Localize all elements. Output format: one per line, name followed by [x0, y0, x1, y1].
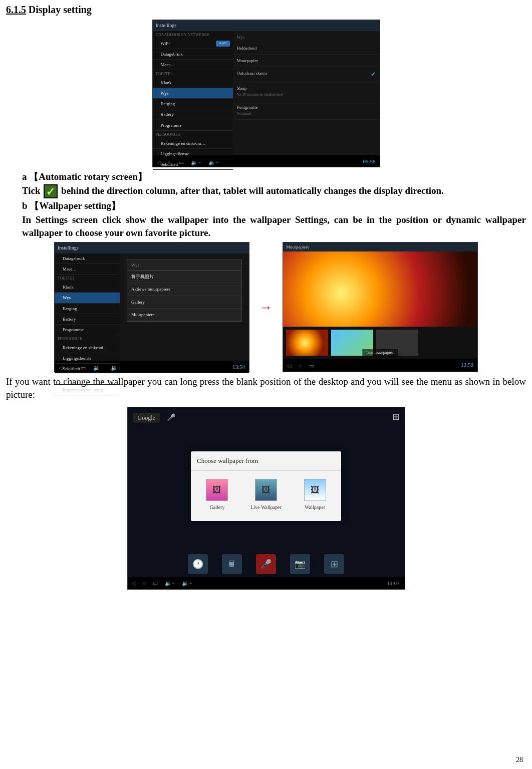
sidebar-item-more[interactable]: Meer… — [153, 60, 233, 70]
page-number: 28 — [516, 755, 523, 765]
sidebar-category: DRAADLOOS EN NETWERKE — [153, 31, 233, 39]
wallpaper-icon: 🖼 — [304, 479, 326, 501]
sidebar-item-battery[interactable]: Battery — [153, 109, 233, 120]
subsection-b: b 【Wallpaper setting】 — [6, 199, 526, 212]
recent-icon[interactable]: ▭ — [81, 365, 86, 371]
arrow-icon: → — [259, 299, 273, 316]
status-clock: 14:03 — [387, 580, 399, 587]
screenshot-longpress-menu: Google 🎤 ⊞ Choose wallpaper from 🖼Galler… — [127, 407, 405, 590]
sidebar-item-sound[interactable]: Klank — [153, 78, 233, 88]
sidebar-item-apps[interactable]: Programme — [153, 120, 233, 131]
app-title: Muurpapiere — [286, 244, 309, 249]
mic-icon[interactable]: 🎤 — [167, 414, 175, 421]
dock-voice-icon[interactable]: 🎤 — [256, 554, 276, 574]
sidebar-item-wifi[interactable]: WiFiAAN — [153, 39, 233, 49]
checkbox-icon — [44, 184, 58, 198]
vol-up-icon[interactable]: 🔉+ — [111, 365, 121, 371]
recent-icon[interactable]: ▭ — [309, 363, 314, 369]
section-title-text: Display setting — [29, 4, 92, 15]
dock-calc-icon[interactable]: 🖩 — [222, 554, 242, 574]
sidebar-item-sound[interactable]: Klank — [55, 282, 120, 293]
back-icon[interactable]: ◁ — [287, 363, 291, 369]
back-icon[interactable]: ◁ — [132, 580, 136, 587]
set-wallpaper-button[interactable]: Stel muurpapier — [362, 349, 398, 357]
check-icon: ✔ — [371, 70, 376, 78]
row-sleep[interactable]: SlaapNa 30 minute se onaktiwiteit — [233, 82, 380, 101]
sidebar-item-accounts[interactable]: Rekeninge en sinkroni… — [55, 343, 120, 353]
popup-option-live[interactable]: Aktiewe muurpapiere — [127, 283, 241, 296]
home-icon[interactable]: ○ — [143, 580, 146, 587]
recent-icon[interactable]: ▭ — [179, 159, 184, 165]
b-description: In Settings screen click show the wallpa… — [6, 213, 526, 239]
vol-up-icon[interactable]: 🔉+ — [208, 159, 218, 165]
status-clock: 13:59 — [461, 361, 473, 369]
popup-option[interactable]: 将手机照片 — [127, 271, 241, 283]
sidebar-item-lang[interactable]: Taal en invoer — [55, 374, 120, 385]
dock-clock-icon[interactable]: 🕐 — [188, 554, 208, 574]
status-clock: 13:54 — [232, 363, 245, 371]
sidebar-item-display[interactable]: Wys — [55, 293, 120, 303]
wallpaper-thumb[interactable] — [286, 330, 328, 356]
screenshot-display-settings: Instellings DRAADLOOS EN NETWERKE WiFiAA… — [152, 20, 380, 167]
apps-grid-icon[interactable]: ⊞ — [392, 411, 400, 423]
screenshot-wallpaper-source: Instellings Datagebruik Meer… TOESTEL Kl… — [54, 242, 249, 372]
choose-wallpaper-dialog: Choose wallpaper from 🖼Gallery 🖼Live Wal… — [191, 451, 341, 521]
dialog-title: Choose wallpaper from — [191, 451, 341, 471]
back-icon[interactable]: ◁ — [157, 159, 161, 165]
section-number: 6.1.5 — [6, 4, 26, 15]
home-icon[interactable]: ○ — [299, 363, 302, 369]
sidebar-item-storage[interactable]: Berging — [55, 304, 120, 314]
system-nav-bar: ◁ ○ ▭ 🔉− 🔉+ 09:58 — [153, 155, 380, 167]
sidebar-item-backup[interactable]: Rugsteun en stel terug — [55, 385, 120, 395]
sidebar-item-data[interactable]: Datagebruik — [55, 253, 120, 264]
dialog-option-gallery[interactable]: 🖼Gallery — [206, 479, 228, 511]
back-icon[interactable]: ◁ — [59, 365, 63, 371]
row-autorotate[interactable]: Outodraai skerm✔ — [233, 67, 380, 82]
sidebar-item-apps[interactable]: Programme — [55, 325, 120, 335]
popup-option-gallery[interactable]: Gallery — [127, 296, 241, 309]
dialog-option-live[interactable]: 🖼Live Wallpaper — [250, 479, 281, 511]
vol-down-icon[interactable]: 🔉− — [93, 365, 103, 371]
popup-heading: Wys — [127, 260, 241, 271]
system-nav-bar: ◁ ○ ▭ 🔉− 🔉+ 13:54 — [55, 361, 249, 373]
panel-heading: Wys — [233, 33, 380, 42]
live-wallpaper-icon: 🖼 — [255, 479, 277, 501]
sidebar-item-storage[interactable]: Berging — [153, 99, 233, 109]
app-title: Instellings — [156, 23, 177, 28]
sidebar-category: TOESTEL — [153, 70, 233, 78]
search-bar[interactable]: Google — [133, 413, 160, 423]
system-nav-bar: ◁ ○ ▭ 🔉− 🔉+ 14:03 — [128, 577, 405, 589]
row-fontsize[interactable]: FontgrootteNormaal — [233, 101, 380, 120]
system-nav-bar: ◁ ○ ▭ 13:59 — [283, 359, 477, 371]
dialog-option-wallpaper[interactable]: 🖼Wallpaper — [304, 479, 326, 511]
sidebar-item-display[interactable]: Wys — [153, 88, 233, 99]
tick-instruction: Tick behind the direction column, after … — [6, 184, 526, 199]
sidebar-item-battery[interactable]: Battery — [55, 314, 120, 325]
popup-option-wallpapers[interactable]: Muurpapiere — [127, 309, 241, 321]
app-title: Instellings — [58, 245, 79, 250]
row-brightness[interactable]: Helderheid — [233, 42, 380, 55]
sidebar-item-more[interactable]: Meer… — [55, 264, 120, 275]
dock-camera-icon[interactable]: 📷 — [290, 554, 310, 574]
wallpaper-preview[interactable] — [283, 251, 477, 327]
dock-apps-icon[interactable]: ⊞ — [324, 554, 344, 574]
home-icon[interactable]: ○ — [168, 159, 171, 165]
screenshot-wallpaper-picker: Muurpapiere Stel muurpapier ◁ ○ ▭ 13:59 — [283, 242, 478, 372]
wallpaper-source-popup: Wys 将手机照片 Aktiewe muurpapiere Gallery Mu… — [127, 260, 242, 322]
gallery-icon: 🖼 — [206, 479, 228, 501]
row-wallpaper[interactable]: Muurpapier — [233, 55, 380, 67]
dock: 🕐 🖩 🎤 📷 ⊞ — [128, 554, 405, 574]
vol-down-icon[interactable]: 🔉− — [191, 159, 201, 165]
sidebar-item-accounts[interactable]: Rekeninge en sinkroni… — [153, 138, 233, 149]
sidebar-item-data[interactable]: Datagebruik — [153, 49, 233, 60]
vol-up-icon[interactable]: 🔉+ — [182, 580, 192, 587]
sidebar-category: PERSOONLIK — [153, 131, 233, 138]
subsection-a: a 【Automatic rotary screen】 — [6, 170, 526, 183]
vol-down-icon[interactable]: 🔉− — [165, 580, 175, 587]
home-icon[interactable]: ○ — [70, 365, 74, 371]
status-clock: 09:58 — [363, 158, 375, 165]
wifi-toggle[interactable]: AAN — [216, 41, 229, 46]
section-heading: 6.1.5 Display setting — [6, 3, 526, 17]
recent-icon[interactable]: ▭ — [153, 580, 158, 587]
